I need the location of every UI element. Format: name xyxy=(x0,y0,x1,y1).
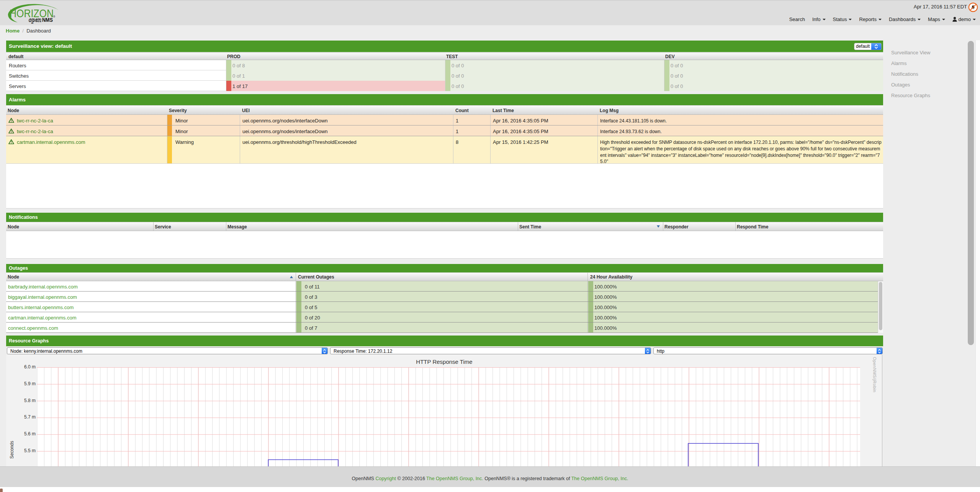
svg-text:NMS: NMS xyxy=(42,16,53,23)
svg-text:open: open xyxy=(29,16,41,23)
svg-text:®: ® xyxy=(53,15,56,18)
